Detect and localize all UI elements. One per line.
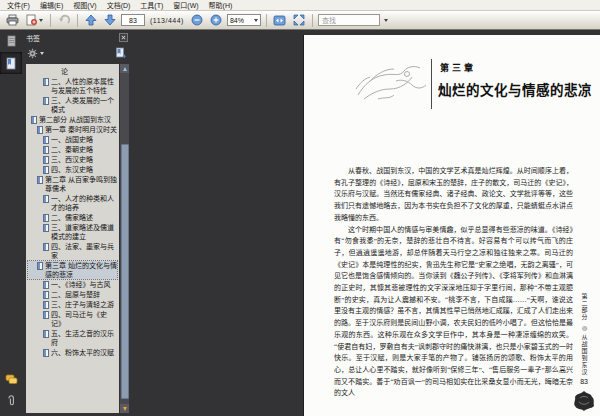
zoom-level-select[interactable]: 84% [227,14,261,26]
attachment-icon [6,395,17,407]
bookmark-page-icon [43,78,49,86]
bookmark-label: 二、儒家略述 [51,213,117,222]
previous-view-button[interactable] [56,13,72,28]
chapter-number: 第三章 [440,61,476,74]
zoom-in-button[interactable] [208,13,224,28]
panel-title: 书签 [26,33,119,43]
bookmark-label: 三、道家略述及儒道模式的建立 [51,223,117,241]
bookmark-label: 三、西汉史略 [51,155,117,164]
page-down-icon [104,14,116,26]
zoom-out-button[interactable] [189,13,205,28]
fit-width-icon [273,15,286,26]
bookmark-item[interactable]: 第二章 从百家争鸣到独尊儒术 [28,175,117,193]
menu-item[interactable]: 窗口(W) [168,0,203,11]
bookmark-page-icon [43,146,49,154]
attachments-panel-tab[interactable] [0,390,22,412]
fit-width-button[interactable] [272,13,288,28]
bookmark-label: 二、人性的原本属性与发展的五个特性 [51,77,117,95]
bookmark-item[interactable]: 论 [28,67,117,76]
previous-page-button[interactable] [83,13,99,28]
bookmark-item[interactable]: 一、战国史略 [28,135,117,144]
menu-item[interactable]: 帮助(H) [204,0,238,11]
bookmark-page-icon [43,291,49,299]
bookmark-item[interactable]: 第二部分 从战国到东汉 [28,115,117,124]
bookmark-label: 一、人才的种类和人才的培养 [51,194,117,212]
chapter-divider [431,59,432,109]
menu-item[interactable]: 工具(T) [135,0,168,11]
bookmark-item[interactable]: 第一章 秦时明月汉时关 [28,125,117,134]
next-page-button[interactable] [102,13,118,28]
page-number-label: 83 [580,378,588,385]
bookmarks-panel-header: 书签 [22,30,132,45]
chapter-ornament-icon [350,59,430,107]
bookmark-item[interactable]: 一、《诗经》与古风 [28,280,117,289]
previous-view-icon [58,14,71,26]
bookmark-item[interactable]: 二、秦朝史略 [28,145,117,154]
zoom-in-icon [210,14,222,26]
scroll-up-button[interactable] [120,64,129,73]
menu-item[interactable]: 视图(V) [68,0,101,11]
new-bookmark-button[interactable] [115,45,127,63]
toolbar-separator [50,14,51,27]
document-page: 第三章 灿烂的文化与情感的悲凉 从春秋、战国到东汉，中国的文学艺术真是灿烂辉煌。… [303,35,600,416]
toolbar-separator [77,14,78,27]
bookmark-label: 三、人类发展的一个模式 [51,96,117,114]
page-title: 灿烂的文化与情感的悲凉 [438,79,592,99]
bookmark-label: 二、屈原与楚辞 [51,290,117,299]
options-menu-button[interactable] [27,48,44,59]
bookmark-item[interactable]: 六、粉饰太平的汉赋 [28,348,117,357]
options-gear-icon [27,48,38,59]
bookmark-item[interactable]: 五、生活之音的汉乐府 [28,329,117,347]
bookmark-list: 论 二、人性的原本属性与发展的五个特性 三、人类发展的一个模式 第二部分 从战国… [26,64,119,413]
fit-page-button[interactable] [291,13,307,28]
comments-icon [5,374,18,385]
bookmark-item[interactable]: 四、东汉史略 [28,165,117,174]
bookmark-label: 三、庄子与清轻之游 [51,300,117,309]
bookmarks-panel-tab[interactable] [0,52,22,74]
bookmark-item[interactable]: 二、人性的原本属性与发展的五个特性 [28,77,117,95]
print-button[interactable] [4,13,20,28]
close-icon[interactable] [119,33,128,42]
bookmark-label: 五、生活之音的汉乐府 [51,329,117,347]
menu-item[interactable]: 编辑(E) [35,0,68,11]
chevron-down-icon [40,52,44,55]
bookmark-page-icon [43,243,49,251]
pages-panel-tab[interactable] [0,30,22,52]
bookmark-item[interactable]: 第三章 灿烂的文化与情感的悲凉 [28,261,117,279]
page-up-icon [85,14,97,26]
paragraph: 这个时期中国人的情感与审美情趣，似乎总显得有些悲凉的味道。《诗经》有“勿食我黍”… [334,225,573,401]
bookmark-item[interactable]: 三、西汉史略 [28,155,117,164]
margin-separator: ◎ [582,324,587,331]
toolbar-separator [312,14,313,27]
chevron-down-icon [254,19,258,22]
pages-icon [6,35,17,48]
page-number-input[interactable] [121,14,145,26]
bookmark-scrollbar[interactable] [120,64,129,413]
bookmark-item[interactable]: 二、儒家略述 [28,213,117,222]
new-bookmark-icon [115,47,127,59]
menu-item[interactable]: 文件(F) [2,0,35,11]
bookmark-page-icon [43,281,49,289]
scroll-down-button[interactable] [120,404,129,413]
bookmark-item[interactable]: 三、道家略述及儒道模式的建立 [28,223,117,241]
bookmark-page-icon [43,156,49,164]
nav-tab-strip [0,30,22,416]
search-input[interactable] [318,14,380,26]
bookmark-label: 六、粉饰太平的汉赋 [51,348,117,357]
bookmark-item[interactable]: 四、司马迁与《史记》 [28,310,117,328]
bookmark-item[interactable]: 三、人类发展的一个模式 [28,96,117,114]
menu-item[interactable]: 文档(D) [102,0,136,11]
margin-title-label: 从战国到东汉 [580,334,589,376]
margin-column: 第二部分 ◎ 从战国到东汉 [580,293,589,376]
bookmark-item[interactable]: 三、庄子与清轻之游 [28,300,117,309]
bookmark-page-icon [43,349,49,357]
toolbar: (113/444) 84% [0,11,600,30]
bookmark-item[interactable]: 一、人才的种类和人才的培养 [28,194,117,212]
scrollbar-thumb[interactable] [121,144,129,399]
bookmark-item[interactable]: 二、屈原与楚辞 [28,290,117,299]
email-export-button[interactable] [23,13,45,28]
bookmark-page-icon [31,116,37,124]
bookmark-page-icon [43,214,49,222]
comments-panel-tab[interactable] [0,368,22,390]
bookmark-item[interactable]: 四、法家、墨家与兵家 [28,242,117,260]
